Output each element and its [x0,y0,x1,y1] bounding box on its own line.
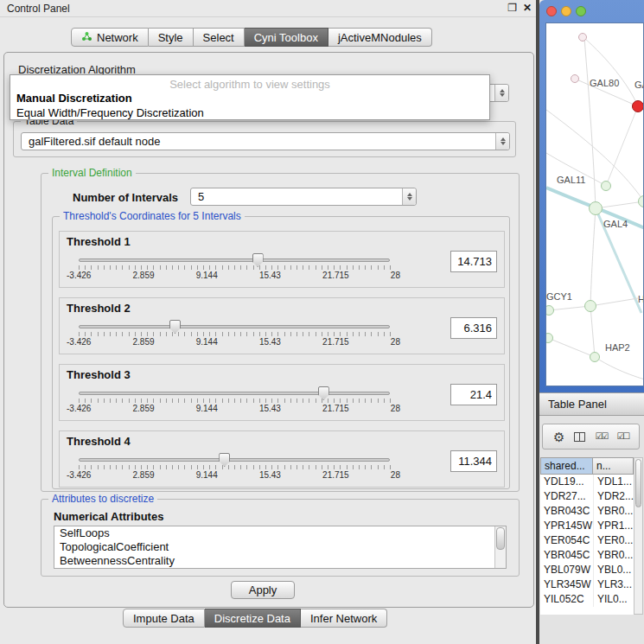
table-row[interactable]: YPR145W YPR1... [540,519,634,533]
table-row[interactable]: YLR345W YLR3... [540,577,634,592]
table-cell[interactable]: YBR0... [593,548,634,563]
table-cell[interactable]: YBR045C [540,548,593,563]
threshold-3-slider[interactable] [79,392,390,395]
traffic-light-close-icon[interactable] [546,6,557,16]
table-cell[interactable]: YDL1... [593,475,634,489]
network-node[interactable] [632,100,644,112]
control-panel-titlebar: Control Panel ❐ ✕ [0,0,538,17]
slider-tick-label: 9.144 [196,271,218,280]
table-columns-icon[interactable] [574,432,585,442]
network-node[interactable] [590,352,600,362]
threshold-2-value-input[interactable] [450,317,497,339]
number-of-intervals-value: 5 [191,190,402,203]
table-cell[interactable]: YIL0... [593,592,634,607]
threshold-3-value-input[interactable] [450,384,497,405]
table-cell[interactable]: YBR0... [593,504,634,519]
slider-tick-label: 15.43 [259,271,281,280]
threshold-1-value-input[interactable] [450,251,497,272]
table-cell[interactable]: YDR2... [593,489,634,504]
list-item[interactable]: TopologicalCoefficient [54,540,506,554]
table-cell[interactable]: YBL0... [593,563,634,577]
table-scrollbar[interactable] [634,457,643,615]
stepper-icon [402,188,416,205]
tab-label: Infer Network [310,612,377,625]
table-row[interactable]: YBR045C YBR0... [540,548,634,563]
table-cell[interactable]: YIL052C [540,592,593,607]
screen: Control Panel ❐ ✕ Network Style Select C… [0,0,644,644]
network-node[interactable] [589,201,603,215]
table-data-combo[interactable]: galFiltered.sif default node [21,132,510,150]
network-node[interactable] [578,33,587,41]
slider-tick-label: 15.43 [259,337,281,347]
threshold-4-slider[interactable] [79,458,390,462]
table-cell[interactable]: YLR3... [593,577,634,592]
table-cell[interactable]: YPR1... [593,519,634,533]
network-node-label: GCY1 [546,291,572,302]
tab-network[interactable]: Network [71,28,149,47]
tab-select[interactable]: Select [194,28,245,47]
threshold-1-slider[interactable] [79,258,390,262]
float-window-button[interactable]: ❐ [507,2,517,14]
table-row[interactable]: YDR27... YDR2... [540,489,634,504]
table-cell[interactable]: YPR145W [540,519,593,533]
select-all-checkboxes-icon[interactable]: ☑☑ [595,432,607,441]
table-row[interactable]: YER054C YER0... [540,533,634,548]
table-row[interactable]: YIL052C YIL0... [540,592,634,607]
control-panel: Control Panel ❐ ✕ Network Style Select C… [0,0,538,644]
network-canvas[interactable]: GAL80GAGAL11GAL4GCY1HHAP2 [545,22,644,386]
close-button[interactable]: ✕ [523,2,532,14]
tab-impute-data[interactable]: Impute Data [123,609,205,628]
table-row[interactable]: YBR043C YBR0... [540,504,634,519]
algorithm-popup: Select algorithm to view settings Manual… [10,74,490,120]
deselect-checkboxes-icon[interactable]: ☑☐ [616,432,628,441]
scrollbar-thumb[interactable] [635,459,641,507]
network-node[interactable] [638,195,644,207]
network-node-label: GAL80 [590,78,619,88]
table-cell[interactable]: YBR043C [540,504,593,519]
tab-infer-network[interactable]: Infer Network [301,609,387,628]
threshold-4-value-input[interactable] [450,450,497,472]
threshold-2-slider[interactable] [79,325,390,328]
slider-tick-labels: -3.4262.8599.14415.4321.71528 [67,271,400,280]
table-cell[interactable]: YBL079W [540,563,593,577]
table-toolbar: ⚙ ☑☑ ☑☐ [542,424,640,450]
table-cell[interactable]: YER0... [593,533,634,548]
tab-jactivemnodules[interactable]: jActiveMNodules [328,28,432,47]
tab-style[interactable]: Style [149,28,194,47]
slider-tick-label: 15.43 [259,470,281,480]
table-cell[interactable]: YDR27... [540,489,593,504]
network-node[interactable] [584,300,596,312]
network-node-label: GA [634,80,644,90]
slider-ruler [79,465,391,469]
slider-tick-label: 21.715 [322,337,349,347]
column-header-shared[interactable]: shared... [540,457,593,475]
list-item[interactable]: SelfLoops [54,526,506,540]
thresholds-group: Threshold's Coordinates for 5 Intervals … [52,216,510,489]
popup-option-equal-width[interactable]: Equal Width/Frequency Discretization [10,105,489,120]
traffic-light-zoom-icon[interactable] [576,6,586,16]
threshold-label: Threshold 4 [67,435,131,448]
network-node[interactable] [601,181,611,191]
tab-discretize-data[interactable]: Discretize Data [205,609,301,628]
scrollbar[interactable] [494,526,506,568]
network-node[interactable] [571,74,579,83]
number-of-intervals-combo[interactable]: 5 [190,188,417,206]
traffic-light-minimize-icon[interactable] [561,6,571,16]
column-header-name[interactable]: n... [593,457,634,475]
popup-option-manual-discretization[interactable]: Manual Discretization [10,91,489,105]
table-row[interactable]: YDL19... YDL1... [540,475,634,489]
list-item[interactable]: BetweennessCentrality [54,554,506,568]
gear-icon[interactable]: ⚙ [553,430,564,443]
table-cell[interactable]: YER054C [540,533,593,548]
scrollbar-thumb[interactable] [496,527,505,550]
table-row[interactable]: YBL079W YBL0... [540,563,634,577]
slider-tick-label: 21.715 [322,470,349,480]
table-cell[interactable]: YLR345W [540,577,593,592]
slider-tick-label: 28 [391,470,400,480]
apply-button[interactable]: Apply [231,581,295,599]
numerical-attributes-list[interactable]: SelfLoopsTopologicalCoefficientBetweenne… [54,526,507,569]
table-cell[interactable]: YDL19... [540,475,593,489]
tab-cyni-toolbox[interactable]: Cyni Toolbox [245,28,328,47]
slider-tick-labels: -3.4262.8599.14415.4321.71528 [67,470,400,480]
slider-tick-label: 15.43 [259,404,281,413]
